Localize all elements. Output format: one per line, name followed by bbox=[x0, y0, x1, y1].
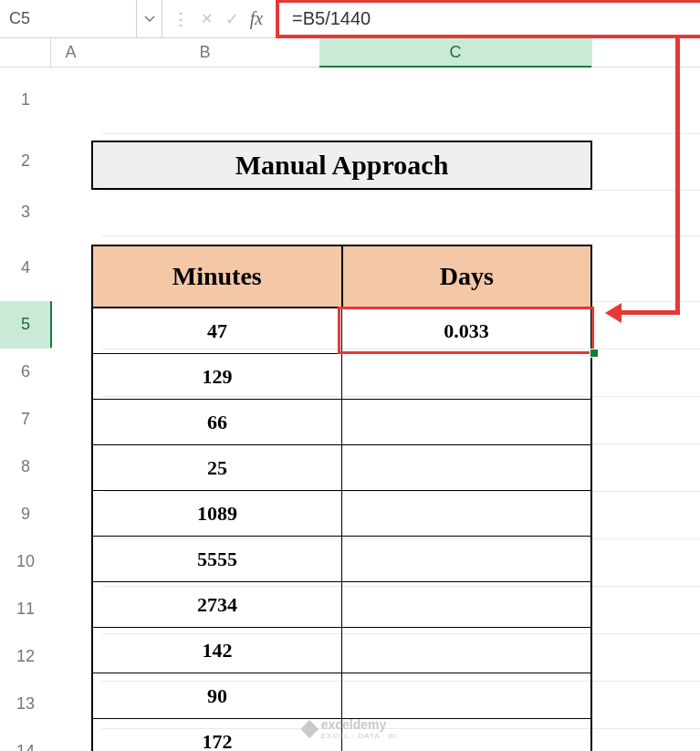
row-header-11[interactable]: 11 bbox=[0, 586, 51, 633]
fx-icon[interactable]: fx bbox=[246, 8, 268, 30]
table-row: 2734 bbox=[93, 582, 590, 628]
row-header-12[interactable]: 12 bbox=[0, 633, 51, 681]
table-row: 1089 bbox=[93, 491, 590, 537]
name-box[interactable]: C5 bbox=[0, 0, 137, 37]
formula-input[interactable]: =B5/1440 bbox=[276, 0, 700, 38]
table-row: 129 bbox=[93, 354, 590, 400]
cell-minutes[interactable]: 25 bbox=[93, 445, 342, 490]
data-table: Minutes Days 47 0.033 129 66 25 bbox=[91, 245, 592, 751]
cell-minutes[interactable]: 142 bbox=[93, 628, 342, 673]
cell-days[interactable] bbox=[342, 491, 590, 536]
row-header-8[interactable]: 8 bbox=[0, 443, 51, 491]
cancel-icon[interactable]: ✕ bbox=[195, 8, 217, 30]
cell-days[interactable] bbox=[342, 400, 590, 444]
cell-minutes[interactable]: 47 bbox=[93, 308, 342, 353]
dots-icon: ⋮ bbox=[170, 8, 192, 30]
chevron-down-icon bbox=[143, 13, 156, 26]
row-headers: 1 2 3 4 5 6 7 8 9 10 11 12 13 14 bbox=[0, 68, 51, 751]
cell-days[interactable] bbox=[342, 537, 590, 581]
watermark-sub: EXCEL · DATA · BI bbox=[321, 732, 398, 740]
row-header-3[interactable]: 3 bbox=[0, 190, 51, 235]
sheet[interactable]: Manual Approach Minutes Days 47 0.033 12… bbox=[51, 68, 700, 751]
title-cell[interactable]: Manual Approach bbox=[91, 141, 592, 190]
watermark: exceldemy EXCEL · DATA · BI bbox=[303, 717, 398, 740]
table-row: 90 bbox=[93, 673, 590, 719]
cell-minutes[interactable]: 5555 bbox=[93, 537, 342, 581]
select-all-corner[interactable] bbox=[0, 38, 51, 67]
cell-days[interactable] bbox=[342, 582, 590, 627]
table-row: 25 bbox=[93, 445, 590, 491]
fill-handle[interactable] bbox=[590, 349, 599, 358]
row-header-10[interactable]: 10 bbox=[0, 538, 51, 586]
name-box-dropdown[interactable] bbox=[137, 0, 162, 37]
header-minutes[interactable]: Minutes bbox=[93, 246, 343, 307]
cell-days[interactable] bbox=[342, 628, 590, 673]
row-header-14[interactable]: 14 bbox=[0, 728, 51, 751]
enter-icon[interactable]: ✓ bbox=[221, 8, 243, 30]
cell-minutes[interactable]: 90 bbox=[93, 673, 342, 718]
row-header-9[interactable]: 9 bbox=[0, 491, 51, 538]
row-header-1[interactable]: 1 bbox=[0, 68, 51, 133]
cell-minutes[interactable]: 66 bbox=[93, 400, 342, 444]
formula-bar-buttons: ⋮ ✕ ✓ fx bbox=[162, 0, 276, 37]
column-header-c[interactable]: C bbox=[319, 38, 592, 67]
column-headers: A B C bbox=[0, 38, 700, 68]
cell-days[interactable] bbox=[342, 445, 590, 490]
row-header-4[interactable]: 4 bbox=[0, 235, 51, 301]
table-row: 142 bbox=[93, 628, 590, 673]
table-header: Minutes Days bbox=[93, 246, 590, 308]
row-header-13[interactable]: 13 bbox=[0, 681, 51, 728]
formula-bar: C5 ⋮ ✕ ✓ fx =B5/1440 bbox=[0, 0, 700, 38]
cell-days[interactable] bbox=[342, 673, 590, 718]
callout-line bbox=[618, 310, 680, 315]
table-row: 5555 bbox=[93, 537, 590, 582]
row-header-5[interactable]: 5 bbox=[0, 301, 51, 349]
cell-minutes[interactable]: 2734 bbox=[93, 582, 342, 627]
grid-area: 1 2 3 4 5 6 7 8 9 10 11 12 13 14 Manual … bbox=[0, 68, 700, 751]
arrow-left-icon bbox=[605, 303, 622, 323]
cell-days[interactable]: 0.033 bbox=[342, 308, 590, 353]
cube-icon bbox=[300, 720, 319, 738]
row-header-6[interactable]: 6 bbox=[0, 349, 51, 396]
cell-days[interactable] bbox=[342, 354, 590, 399]
column-header-b[interactable]: B bbox=[91, 38, 319, 67]
cell-minutes[interactable]: 129 bbox=[93, 354, 342, 399]
column-header-a[interactable]: A bbox=[51, 38, 91, 67]
cell-minutes[interactable]: 1089 bbox=[93, 491, 342, 536]
row-header-7[interactable]: 7 bbox=[0, 396, 51, 443]
watermark-text: exceldemy bbox=[321, 717, 387, 732]
callout-line bbox=[675, 36, 680, 314]
table-row: 47 0.033 bbox=[93, 308, 590, 354]
row-header-2[interactable]: 2 bbox=[0, 133, 51, 190]
header-days[interactable]: Days bbox=[343, 246, 591, 307]
table-row: 66 bbox=[93, 400, 590, 445]
